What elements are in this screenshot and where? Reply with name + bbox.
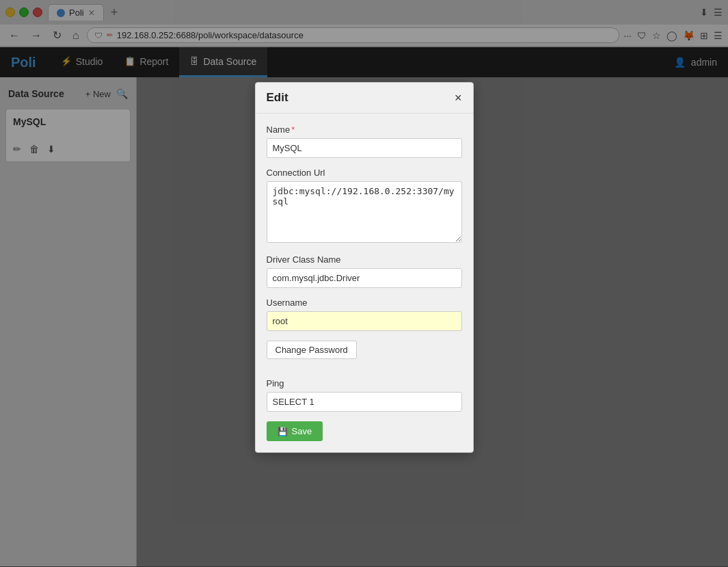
modal-header: Edit ×	[256, 83, 473, 114]
username-field-group: Username	[267, 298, 462, 331]
change-password-button[interactable]: Change Password	[267, 341, 357, 359]
connection-url-textarea[interactable]: jdbc:mysql://192.168.0.252:3307/mysql	[267, 181, 462, 243]
modal-close-button[interactable]: ×	[455, 92, 462, 104]
ping-input[interactable]	[267, 392, 462, 412]
name-input[interactable]	[267, 138, 462, 158]
modal-title: Edit	[267, 91, 288, 105]
connection-url-label: Connection Url	[267, 168, 462, 178]
modal-overlay: Edit × Name* Connection Url jdbc:mysql:/…	[0, 0, 728, 566]
name-label: Name*	[267, 124, 462, 135]
save-label: Save	[292, 426, 312, 436]
name-required: *	[291, 124, 295, 135]
save-button[interactable]: 💾 Save	[267, 421, 323, 441]
driver-class-field-group: Driver Class Name	[267, 254, 462, 288]
change-password-group: Change Password	[267, 341, 462, 369]
name-field-group: Name*	[267, 124, 462, 158]
ping-label: Ping	[267, 378, 462, 388]
ping-field-group: Ping	[267, 378, 462, 412]
connection-url-field-group: Connection Url jdbc:mysql://192.168.0.25…	[267, 168, 462, 245]
username-input[interactable]	[267, 311, 462, 331]
driver-class-label: Driver Class Name	[267, 254, 462, 265]
edit-modal: Edit × Name* Connection Url jdbc:mysql:/…	[255, 82, 474, 453]
driver-class-input[interactable]	[267, 268, 462, 288]
username-label: Username	[267, 298, 462, 308]
save-icon: 💾	[278, 427, 288, 436]
modal-body: Name* Connection Url jdbc:mysql://192.16…	[256, 114, 473, 452]
